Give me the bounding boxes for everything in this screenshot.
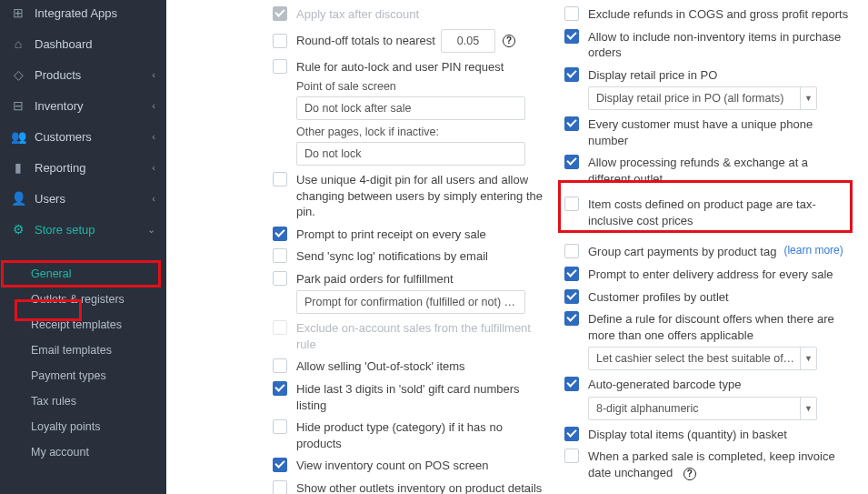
chevron-down-icon: ⌄ xyxy=(147,224,155,236)
checkbox-group-cart[interactable] xyxy=(564,244,579,258)
sidebar-label: Inventory xyxy=(35,99,83,113)
chevron-left-icon: ‹ xyxy=(152,162,155,173)
label-pos-screen: Point of sale screen xyxy=(296,80,545,93)
sidebar-label: Products xyxy=(35,68,81,82)
checkbox-allow-noninv[interactable] xyxy=(564,29,579,44)
sidebar-label: Store setup xyxy=(35,223,95,237)
label-allow-refunds-outlet: Allow processing refunds & exchange at a… xyxy=(588,155,850,187)
checkbox-customer-profiles[interactable] xyxy=(564,289,579,304)
checkbox-define-rule[interactable] xyxy=(564,311,579,326)
checkbox-barcode-type[interactable] xyxy=(564,377,579,391)
select-barcode-type[interactable]: 8-digit alphanumeric▼ xyxy=(588,397,817,420)
checkbox-exclude-refunds[interactable] xyxy=(564,6,579,21)
label-hide-digits: Hide last 3 digits in 'sold' gift card n… xyxy=(296,381,545,413)
label-unique-pin: Use unique 4-digit pin for all users and… xyxy=(296,172,545,220)
sidebar-label: Dashboard xyxy=(35,37,93,51)
settings-content: Apply tax after discount Round-off total… xyxy=(166,0,868,494)
label-show-other-inv: Show other outlets inventory on product … xyxy=(296,480,545,494)
subnav-loyalty-points[interactable]: Loyalty points xyxy=(0,414,166,439)
sidebar-item-products[interactable]: ◇ Products ‹ xyxy=(0,59,166,90)
label-barcode-type: Auto-generated barcode type xyxy=(588,378,741,391)
subnav-outlets[interactable]: Outlets & registers xyxy=(0,287,166,312)
label-allow-noninv: Allow to include non-inventory items in … xyxy=(588,29,850,61)
checkbox-sync-log[interactable] xyxy=(273,248,287,263)
label-unique-phone: Every customer must have a unique phone … xyxy=(588,116,850,148)
input-park-paid[interactable]: Prompt for confirmation (fulfilled or no… xyxy=(296,290,525,314)
chart-icon: ▮ xyxy=(11,160,25,175)
checkbox-show-other-inv[interactable] xyxy=(273,480,287,494)
label-display-total: Display total items (quantity) in basket xyxy=(588,427,787,443)
sidebar-label: Customers xyxy=(35,130,92,144)
checkbox-prompt-delivery[interactable] xyxy=(564,267,579,281)
user-icon: 👤 xyxy=(11,191,25,206)
people-icon: 👥 xyxy=(11,129,25,144)
label-group-cart: Group cart payments by product tag xyxy=(588,244,776,260)
sidebar: ⊞ Integrated Apps ⌂ Dashboard ◇ Products… xyxy=(0,0,166,494)
caret-down-icon: ▼ xyxy=(800,87,816,109)
checkbox-display-total[interactable] xyxy=(564,427,579,441)
label-customer-profiles: Customer profiles by outlet xyxy=(588,289,729,306)
label-item-costs: Item costs defined on product page are t… xyxy=(588,197,850,228)
learn-more-link[interactable]: (learn more) xyxy=(783,244,843,257)
subnav-my-account[interactable]: My account xyxy=(0,439,166,465)
checkbox-exclude-onaccount xyxy=(273,320,287,335)
checkbox-allow-refunds-outlet[interactable] xyxy=(564,155,579,169)
help-icon[interactable]: ? xyxy=(683,468,696,480)
label-define-rule: Define a rule for discount offers when t… xyxy=(588,312,834,342)
input-roundoff[interactable]: 0.05 xyxy=(441,29,495,53)
gear-icon: ⚙ xyxy=(11,222,25,237)
checkbox-rule-lock[interactable] xyxy=(273,59,287,74)
caret-down-icon: ▼ xyxy=(800,348,816,369)
checkbox-item-costs[interactable] xyxy=(564,197,579,211)
checkbox-display-retail[interactable] xyxy=(564,67,579,82)
label-exclude-onaccount: Exclude on-account sales from the fulfil… xyxy=(296,320,545,352)
sidebar-label: Users xyxy=(35,192,65,206)
checkbox-park-paid[interactable] xyxy=(273,271,287,286)
label-sync-log: Send 'sync log' notifications by email xyxy=(296,248,488,265)
stack-icon: ⊟ xyxy=(11,98,25,113)
chevron-left-icon: ‹ xyxy=(152,193,155,204)
chevron-left-icon: ‹ xyxy=(152,131,155,142)
apps-icon: ⊞ xyxy=(11,5,25,20)
checkbox-hide-category[interactable] xyxy=(273,419,287,434)
checkbox-unique-phone[interactable] xyxy=(564,116,579,131)
subnav-receipt-templates[interactable]: Receipt templates xyxy=(0,312,166,338)
caret-down-icon: ▼ xyxy=(800,398,816,419)
sidebar-item-customers[interactable]: 👥 Customers ‹ xyxy=(0,121,166,152)
label-display-retail: Display retail price in PO xyxy=(588,68,717,82)
select-define-rule[interactable]: Let cashier select the best suitable off… xyxy=(588,347,817,370)
help-icon[interactable]: ? xyxy=(503,35,515,47)
sidebar-item-store-setup[interactable]: ⚙ Store setup ⌄ xyxy=(0,214,166,245)
sidebar-item-integrated-apps[interactable]: ⊞ Integrated Apps xyxy=(0,0,166,28)
checkbox-apply-tax xyxy=(273,6,287,21)
tag-icon: ◇ xyxy=(11,67,25,82)
label-hide-category: Hide product type (category) if it has n… xyxy=(296,419,545,451)
input-other-pages[interactable]: Do not lock xyxy=(296,142,525,166)
label-prompt-print: Prompt to print receipt on every sale xyxy=(296,227,486,243)
subnav-general[interactable]: General xyxy=(0,261,166,287)
sidebar-item-reporting[interactable]: ▮ Reporting ‹ xyxy=(0,152,166,183)
sidebar-item-users[interactable]: 👤 Users ‹ xyxy=(0,183,166,214)
checkbox-view-inventory[interactable] xyxy=(273,458,287,472)
home-icon: ⌂ xyxy=(11,36,25,51)
label-view-inventory: View inventory count on POS screen xyxy=(296,458,489,474)
select-display-retail[interactable]: Display retail price in PO (all formats)… xyxy=(588,86,817,110)
subnav-payment-types[interactable]: Payment types xyxy=(0,363,166,388)
label-allow-oos: Allow selling 'Out-of-stock' items xyxy=(296,358,465,375)
subnav-tax-rules[interactable]: Tax rules xyxy=(0,388,166,414)
label-prompt-delivery: Prompt to enter delivery address for eve… xyxy=(588,267,833,283)
checkbox-unique-pin[interactable] xyxy=(273,172,287,187)
subnav-email-templates[interactable]: Email templates xyxy=(0,338,166,363)
checkbox-roundoff[interactable] xyxy=(273,34,287,48)
input-pos-screen[interactable]: Do not lock after sale xyxy=(296,96,525,120)
sidebar-label: Reporting xyxy=(35,161,85,175)
checkbox-parked-sale[interactable] xyxy=(564,449,579,463)
checkbox-hide-digits[interactable] xyxy=(273,381,287,396)
label-park-paid: Park paid orders for fulfillment xyxy=(296,272,454,286)
checkbox-allow-oos[interactable] xyxy=(273,358,287,373)
label-other-pages: Other pages, lock if inactive: xyxy=(296,126,545,138)
sidebar-item-dashboard[interactable]: ⌂ Dashboard xyxy=(0,28,166,59)
checkbox-prompt-print[interactable] xyxy=(273,227,287,241)
sidebar-item-inventory[interactable]: ⊟ Inventory ‹ xyxy=(0,90,166,121)
settings-col-left: Apply tax after discount Round-off total… xyxy=(273,0,545,494)
